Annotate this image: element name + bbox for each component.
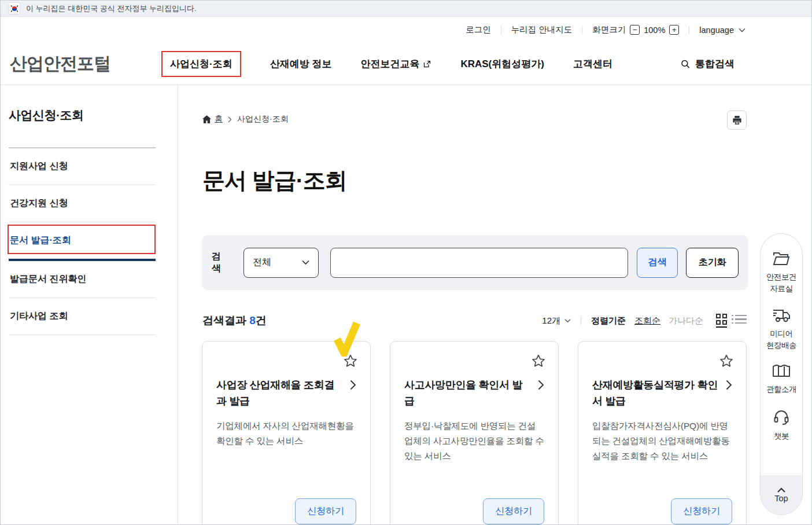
grid-view-button[interactable] [716,314,727,328]
apply-button[interactable]: 신청하기 [671,498,732,524]
favorite-star-icon[interactable] [343,354,358,369]
folder-icon [773,251,790,266]
nav-item-business-apply[interactable]: 사업신청·조회 [161,51,241,77]
sidebar-item-other-business[interactable]: 기타사업 조회 [9,298,156,335]
quick-item-jurisdiction[interactable]: 관할소개 [766,365,796,395]
sitemap-link[interactable]: 누리집 안내지도 [511,24,573,35]
sidebar-title: 사업신청·조회 [9,107,156,123]
quick-item-label: 안전보건 자료실 [766,271,796,294]
book-icon [772,365,791,379]
nav-item-safety-education[interactable]: 안전보건교육 [360,57,431,71]
reset-button[interactable]: 초기화 [686,248,739,278]
breadcrumb-current: 사업신청·조회 [237,114,289,124]
card-title-link[interactable]: 사업장 산업재해율 조회결과 발급 [216,377,356,410]
chevron-right-icon [538,380,544,390]
chevron-right-icon [228,116,232,123]
sidebar-item-document-verify[interactable]: 발급문서 진위확인 [9,261,156,298]
service-card-list: 사업장 산업재해율 조회결과 발급 기업체에서 자사의 산업재해현황을 확인할 … [202,341,747,525]
card-title: 사업장 산업재해율 조회결과 발급 [216,377,342,410]
screen-zoom-control: 화면크기 − 100% + [592,24,679,35]
card-description: 입찰참가자격사전심사(PQ)에 반영되는 건설업체의 산업재해예방활동 실적을 … [592,418,732,464]
search-field-label: 검색 [212,251,230,275]
main-content: 홈 사업신청·조회 문서 발급·조회 검색 전체 검색 초기화 검색결과 8건 [178,85,811,524]
service-card: 사고사망만인율 확인서 발급 정부입·낙찰제도에 반영되는 건설업체의 사고사망… [390,341,559,525]
quick-item-safety-library[interactable]: 안전보건 자료실 [766,251,796,294]
search-button[interactable]: 검색 [637,248,678,278]
left-sidebar: 사업신청·조회 지원사업 신청 건강지원 신청 문서 발급·조회 발급문서 진위… [1,85,178,525]
external-link-icon [423,60,431,68]
service-card: 산재예방활동실적평가 확인서 발급 입찰참가자격사전심사(PQ)에 반영되는 건… [578,341,747,525]
sort-label: 정렬기준 [591,315,626,326]
card-title-link[interactable]: 산재예방활동실적평가 확인서 발급 [592,377,732,410]
list-view-button[interactable] [735,315,747,327]
card-title: 산재예방활동실적평가 확인서 발급 [592,377,718,410]
utility-bar: 로그인 누리집 안내지도 화면크기 − 100% + language [1,17,811,43]
quick-item-label: 챗봇 [774,431,789,442]
truck-icon [772,308,791,323]
result-count-number: 8 [249,314,256,326]
language-label: language [699,25,734,35]
nav-item-accident-prevention[interactable]: 산재예방 정보 [270,57,332,71]
card-title: 사고사망만인율 확인서 발급 [404,377,530,410]
grid-icon [716,314,727,325]
apply-button[interactable]: 신청하기 [483,498,544,524]
gov-banner: 이 누리집은 대한민국 공식 전자정부 누리집입니다. [1,1,811,17]
divider [582,26,582,34]
breadcrumb: 홈 사업신청·조회 [202,114,289,124]
result-count: 검색결과 8건 [202,313,267,328]
card-title-link[interactable]: 사고사망만인율 확인서 발급 [404,377,544,410]
service-card: 사업장 산업재해율 조회결과 발급 기업체에서 자사의 산업재해현황을 확인할 … [202,341,371,525]
nav-item-customer-center[interactable]: 고객센터 [573,57,612,71]
gov-banner-text: 이 누리집은 대한민국 공식 전자정부 누리집입니다. [26,3,197,14]
chevron-up-icon [777,487,785,493]
login-link[interactable]: 로그인 [466,24,491,35]
sidebar-item-health-apply[interactable]: 건강지원 신청 [9,185,156,222]
zoom-value: 100% [644,25,665,35]
main-nav: 사업신청·조회 산재예방 정보 안전보건교육 KRAS(위험성평가) 고객센터 [161,43,612,85]
divider [501,26,501,34]
list-tools: 12개 정렬기준 조회순 가나다순 [542,314,747,328]
card-description: 기업체에서 자사의 산업재해현황을 확인할 수 있는 서비스 [216,418,356,449]
quick-item-label: 관할소개 [766,384,796,395]
top-label: Top [774,494,788,503]
divider [581,316,581,325]
total-search-button[interactable]: 통합검색 [680,57,735,71]
page-title: 문서 발급·조회 [202,165,347,196]
scroll-to-top-button[interactable]: Top [761,475,802,515]
sidebar-item-document-issue[interactable]: 문서 발급·조회 [9,222,156,261]
favorite-star-icon[interactable] [719,354,734,369]
printer-icon [732,116,742,125]
breadcrumb-home[interactable]: 홈 [202,114,223,124]
divider [689,26,689,34]
quick-item-label: 미디어 현장배송 [766,328,796,351]
language-selector[interactable]: language [699,25,745,35]
sort-by-name[interactable]: 가나다순 [669,315,703,326]
search-input[interactable] [330,248,629,278]
chevron-right-icon [350,380,356,390]
nav-item-kras[interactable]: KRAS(위험성평가) [460,57,544,71]
zoom-in-button[interactable]: + [669,25,679,35]
sidebar-item-support-apply[interactable]: 지원사업 신청 [9,148,156,185]
search-category-select[interactable]: 전체 [243,248,319,278]
quick-item-media-delivery[interactable]: 미디어 현장배송 [766,308,796,351]
favorite-star-icon[interactable] [531,354,546,369]
headset-icon [773,409,789,425]
page-size-select[interactable]: 12개 [542,315,571,326]
sort-by-views[interactable]: 조회순 [634,315,660,326]
chevron-down-icon [302,260,309,265]
sidebar-menu: 지원사업 신청 건강지원 신청 문서 발급·조회 발급문서 진위확인 기타사업 … [9,148,156,335]
header: 산업안전포털 사업신청·조회 산재예방 정보 안전보건교육 KRAS(위험성평가… [1,43,811,85]
chevron-down-icon [739,28,745,32]
chevron-right-icon [726,380,732,390]
korea-flag-icon [8,2,20,14]
page-root: 이 누리집은 대한민국 공식 전자정부 누리집입니다. 로그인 누리집 안내지도… [0,0,812,525]
card-description: 정부입·낙찰제도에 반영되는 건설업체의 사고사망만인율을 조회할 수 있는 서… [404,418,544,464]
zoom-out-button[interactable]: − [630,25,640,35]
site-logo[interactable]: 산업안전포털 [10,52,110,76]
search-panel: 검색 전체 검색 초기화 [202,235,748,290]
print-button[interactable] [727,111,747,130]
quick-item-chatbot[interactable]: 챗봇 [773,409,789,442]
apply-button[interactable]: 신청하기 [295,498,356,524]
home-icon [202,115,211,123]
chevron-down-icon [564,318,571,323]
